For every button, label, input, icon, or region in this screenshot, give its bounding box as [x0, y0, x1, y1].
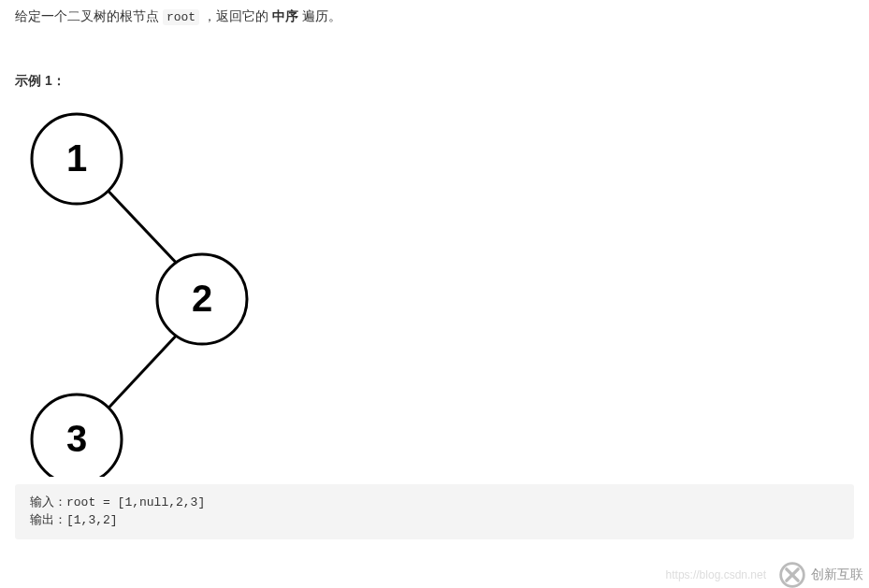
output-value: [1,3,2]	[66, 513, 118, 527]
intro-text-2: ，返回它的	[203, 8, 272, 23]
problem-statement: 给定一个二叉树的根节点 root ，返回它的 中序 遍历。	[15, 0, 854, 28]
watermark-brand: 创新互联	[811, 566, 863, 583]
input-value: root = [1,null,2,3]	[66, 495, 205, 509]
example-code-block: 输入：root = [1,null,2,3] 输出：[1,3,2]	[15, 484, 854, 539]
node-2-label: 2	[192, 278, 212, 319]
node-3-label: 3	[66, 418, 87, 459]
root-code: root	[163, 9, 199, 25]
example-label: 示例 1：	[15, 73, 854, 90]
intro-text-1: 给定一个二叉树的根节点	[15, 8, 163, 23]
watermark: https://blog.csdn.net 创新互联	[666, 562, 863, 588]
intro-text-3: 遍历。	[302, 8, 341, 23]
svg-line-0	[99, 181, 180, 266]
watermark-url: https://blog.csdn.net	[666, 568, 766, 581]
svg-line-1	[100, 332, 180, 417]
brand-logo-icon	[779, 562, 805, 588]
inorder-bold: 中序	[272, 8, 298, 23]
node-1-label: 1	[66, 137, 87, 179]
output-label: 输出：	[30, 513, 66, 527]
input-label: 输入：	[30, 495, 66, 509]
tree-diagram: 1 2 3	[15, 103, 854, 477]
